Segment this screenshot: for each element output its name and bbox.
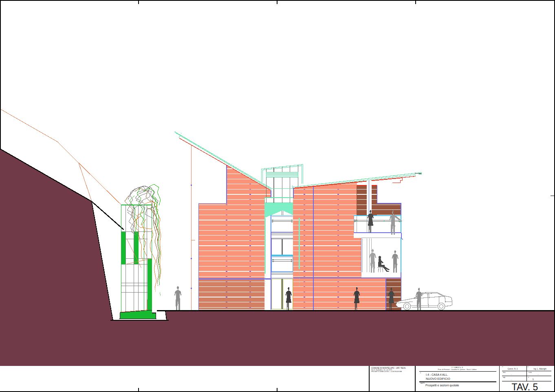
svg-text:scala: scala bbox=[529, 372, 532, 373]
svg-text:oggetto: oggetto bbox=[420, 382, 425, 384]
svg-text:NUOVO EDIFICIO: NUOVO EDIFICIO bbox=[426, 377, 450, 381]
svg-text:C. LUAGO n. 6: C. LUAGO n. 6 bbox=[451, 366, 463, 368]
svg-text:...: ... bbox=[511, 373, 512, 375]
svg-text:PROGETTO ESECUTIVO - COSTRUZIO: PROGETTO ESECUTIVO - COSTRUZIONE bbox=[371, 371, 402, 372]
svg-text:TAV. 5: TAV. 5 bbox=[512, 382, 538, 392]
svg-text:...: ... bbox=[511, 379, 512, 381]
svg-text:n.: n. bbox=[420, 372, 421, 374]
svg-text:Comm. N: 2: Comm. N: 2 bbox=[508, 368, 518, 370]
svg-text:data: data bbox=[503, 372, 506, 373]
svg-text:n.: n. bbox=[502, 366, 504, 368]
svg-text:...: ... bbox=[537, 373, 539, 375]
svg-text:Ing. L. Alderighi: Ing. L. Alderighi bbox=[533, 368, 546, 370]
svg-text:COMUNE DI MONTELUPO - UFF. TEC: COMUNE DI MONTELUPO - UFF. TECN. bbox=[371, 367, 406, 369]
svg-text:a.: a. bbox=[528, 366, 529, 368]
svg-text:Prov. di Firenze - Localita S.: Prov. di Firenze - Localita S. Quirico -… bbox=[438, 368, 477, 370]
svg-text:I.4 - CASA 4 ALL.: I.4 - CASA 4 ALL. bbox=[426, 373, 448, 376]
svg-text:agg.: agg. bbox=[503, 377, 506, 378]
svg-text:5: 5 bbox=[533, 379, 534, 381]
svg-text:Prospetti e sezioni quotate: Prospetti e sezioni quotate bbox=[425, 384, 459, 387]
svg-text:n.: n. bbox=[528, 377, 529, 378]
svg-text:.: . bbox=[501, 383, 502, 384]
